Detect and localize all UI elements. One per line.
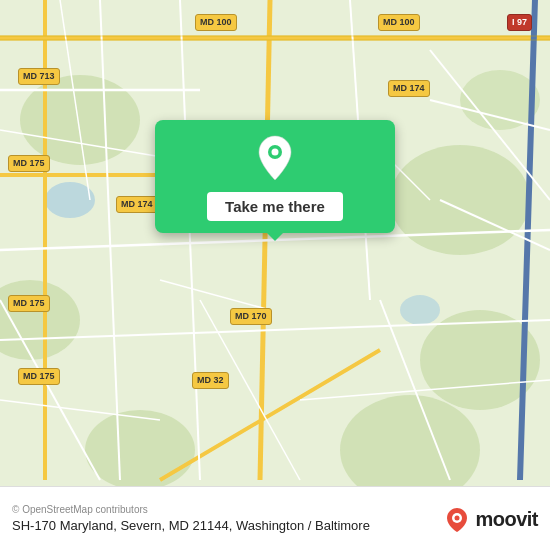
- map-roads: [0, 0, 550, 550]
- svg-point-1: [390, 145, 530, 255]
- shield-md713: MD 713: [18, 68, 60, 85]
- svg-line-31: [200, 300, 300, 480]
- shield-md174-mid: MD 174: [116, 196, 158, 213]
- location-pin-icon: [255, 134, 295, 186]
- svg-line-28: [160, 280, 270, 310]
- svg-line-24: [0, 400, 160, 420]
- moovit-text: moovit: [475, 508, 538, 531]
- map-container: MD 100 MD 100 MD 174 MD 713 MD 175 MD 17…: [0, 0, 550, 550]
- svg-point-5: [85, 410, 195, 490]
- svg-line-19: [180, 0, 200, 480]
- shield-md100-top: MD 100: [195, 14, 237, 31]
- shield-md100-right: MD 100: [378, 14, 420, 31]
- shield-i97-top: I 97: [507, 14, 532, 31]
- moovit-logo: moovit: [443, 506, 538, 534]
- shield-md174-right: MD 174: [388, 80, 430, 97]
- svg-point-37: [272, 149, 279, 156]
- shield-md175-mid: MD 175: [8, 295, 50, 312]
- bottom-left-info: © OpenStreetMap contributors SH-170 Mary…: [12, 504, 370, 535]
- svg-point-39: [455, 515, 460, 520]
- address-text: SH-170 Maryland, Severn, MD 21144, Washi…: [12, 517, 370, 535]
- map-attribution: © OpenStreetMap contributors: [12, 504, 370, 515]
- shield-md175-top: MD 175: [8, 155, 50, 172]
- svg-point-6: [460, 70, 540, 130]
- shield-md175-bot: MD 175: [18, 368, 60, 385]
- moovit-pin-icon: [443, 506, 471, 534]
- bottom-bar: © OpenStreetMap contributors SH-170 Mary…: [0, 486, 550, 550]
- popup-card: Take me there: [155, 120, 395, 233]
- svg-point-8: [400, 295, 440, 325]
- shield-md170: MD 170: [230, 308, 272, 325]
- shield-md32: MD 32: [192, 372, 229, 389]
- svg-point-0: [20, 75, 140, 165]
- take-me-there-button[interactable]: Take me there: [207, 192, 343, 221]
- svg-line-18: [100, 0, 120, 480]
